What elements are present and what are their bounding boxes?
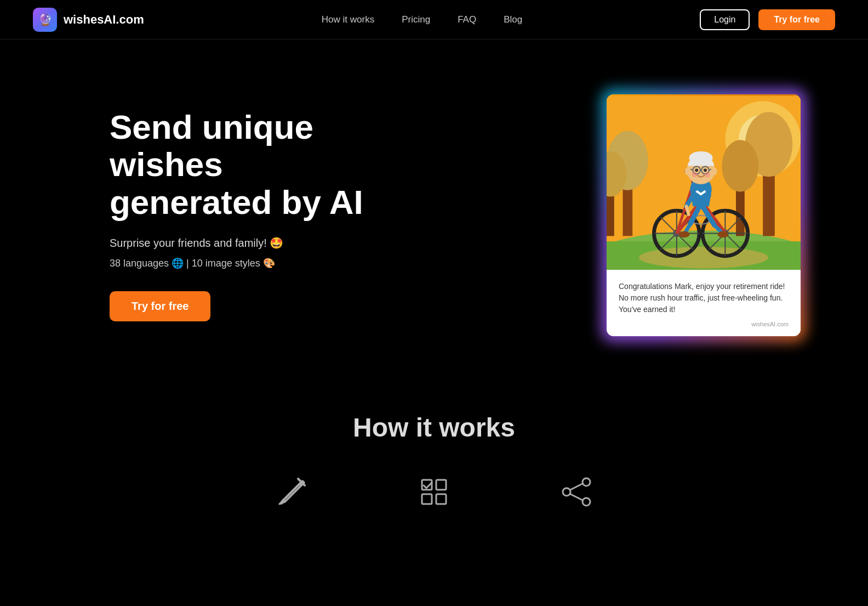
how-it-works-title: How it works	[0, 412, 868, 443]
try-for-free-button-hero[interactable]: Try for free	[110, 291, 210, 321]
svg-point-55	[705, 172, 710, 177]
svg-point-67	[563, 488, 570, 496]
try-for-free-button-nav[interactable]: Try for free	[758, 9, 835, 30]
svg-point-56	[685, 167, 690, 175]
logo-text: wishesAI.com	[64, 13, 144, 27]
how-step-1	[275, 475, 308, 508]
svg-point-54	[692, 172, 697, 177]
logo[interactable]: 🔮 wishesAI.com	[33, 8, 144, 32]
svg-rect-64	[422, 494, 432, 504]
card-message: Congratulations Mark, enjoy your retirem…	[619, 281, 789, 315]
svg-point-57	[712, 167, 717, 175]
hero-left: Send unique wishes generated by AI Surpr…	[110, 109, 395, 321]
svg-point-11	[722, 140, 758, 191]
card-image	[607, 94, 801, 270]
nav-blog[interactable]: Blog	[504, 14, 522, 25]
svg-point-39	[718, 231, 729, 237]
navbar: 🔮 wishesAI.com How it works Pricing FAQ …	[0, 0, 868, 39]
hero-title: Send unique wishes generated by AI	[110, 109, 395, 221]
svg-point-48	[704, 168, 707, 172]
svg-point-66	[583, 478, 590, 486]
card-branding: wishesAI.com	[619, 321, 789, 327]
nav-how-it-works[interactable]: How it works	[322, 14, 374, 25]
hero-subtitle: Surprise your friends and family! 🤩	[110, 236, 395, 250]
nav-pricing[interactable]: Pricing	[402, 14, 430, 25]
how-it-works-section: How it works	[0, 380, 868, 541]
card-inner: Congratulations Mark, enjoy your retirem…	[605, 93, 802, 338]
how-step-2	[418, 475, 450, 508]
how-step-3	[560, 475, 593, 508]
customize-icon	[418, 475, 450, 508]
svg-point-47	[695, 168, 698, 172]
card-text-area: Congratulations Mark, enjoy your retirem…	[607, 270, 801, 336]
svg-point-5	[639, 247, 768, 268]
wish-card: Congratulations Mark, enjoy your retirem…	[605, 93, 802, 338]
nav-links: How it works Pricing FAQ Blog	[322, 14, 522, 25]
login-button[interactable]: Login	[700, 9, 750, 30]
svg-line-42	[687, 206, 689, 214]
svg-point-46	[689, 151, 712, 164]
share-icon	[560, 475, 593, 508]
svg-line-69	[570, 484, 583, 490]
how-it-works-steps	[0, 475, 868, 519]
svg-line-70	[570, 494, 583, 500]
svg-point-40	[679, 231, 690, 237]
nav-faq[interactable]: FAQ	[458, 14, 476, 25]
hero-card-area: Congratulations Mark, enjoy your retirem…	[605, 93, 802, 338]
hero-section: Send unique wishes generated by AI Surpr…	[0, 39, 868, 380]
hero-features: 38 languages 🌐 | 10 image styles 🎨	[110, 257, 395, 269]
svg-point-68	[583, 498, 590, 506]
svg-rect-65	[436, 494, 446, 504]
pencil-icon	[275, 475, 308, 508]
nav-actions: Login Try for free	[700, 9, 835, 30]
logo-icon: 🔮	[33, 8, 57, 32]
svg-rect-63	[436, 480, 446, 490]
